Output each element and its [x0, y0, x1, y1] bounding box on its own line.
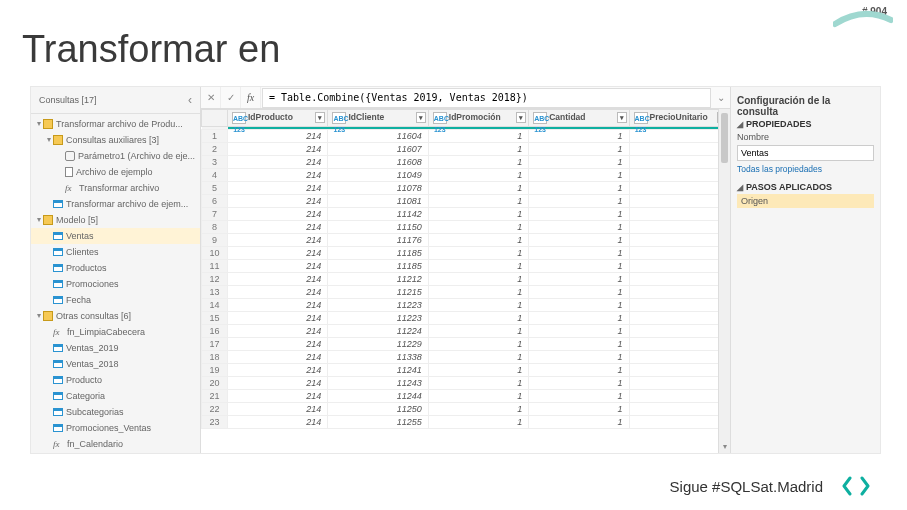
query-tree-item[interactable]: ▾Modelo [5] [31, 212, 200, 228]
formula-input[interactable] [263, 89, 710, 107]
data-cell[interactable] [629, 351, 729, 364]
data-cell[interactable]: 11244 [328, 390, 428, 403]
table-row[interactable]: 72141114211 [202, 208, 730, 221]
query-tree-item[interactable]: ▾Transformar archivo de Produ... [31, 116, 200, 132]
data-cell[interactable]: 11224 [328, 325, 428, 338]
data-cell[interactable] [629, 390, 729, 403]
table-row[interactable]: 202141124311 [202, 377, 730, 390]
data-cell[interactable]: 11176 [328, 234, 428, 247]
column-filter-icon[interactable]: ▾ [416, 112, 426, 123]
data-cell[interactable] [629, 169, 729, 182]
data-cell[interactable]: 1 [428, 143, 528, 156]
scroll-down-icon[interactable]: ▾ [719, 441, 730, 453]
table-row[interactable]: 102141118511 [202, 247, 730, 260]
data-cell[interactable] [629, 260, 729, 273]
data-cell[interactable]: 1 [428, 169, 528, 182]
data-cell[interactable]: 214 [228, 351, 328, 364]
data-cell[interactable]: 1 [529, 403, 629, 416]
applied-steps-header[interactable]: ◢PASOS APLICADOS [737, 182, 874, 192]
column-header[interactable]: ABC123IdCliente▾ [328, 110, 428, 127]
data-cell[interactable]: 1 [428, 286, 528, 299]
data-cell[interactable]: 1 [529, 169, 629, 182]
data-cell[interactable] [629, 182, 729, 195]
data-cell[interactable]: 1 [428, 221, 528, 234]
table-row[interactable]: 112141118511 [202, 260, 730, 273]
data-cell[interactable]: 11243 [328, 377, 428, 390]
column-filter-icon[interactable]: ▾ [617, 112, 627, 123]
query-tree-item[interactable]: Promociones_Ventas [31, 420, 200, 436]
data-cell[interactable] [629, 403, 729, 416]
data-cell[interactable]: 214 [228, 156, 328, 169]
data-cell[interactable]: 1 [428, 416, 528, 429]
data-cell[interactable]: 1 [428, 273, 528, 286]
data-cell[interactable]: 1 [428, 195, 528, 208]
data-cell[interactable]: 214 [228, 364, 328, 377]
data-cell[interactable]: 11142 [328, 208, 428, 221]
data-cell[interactable]: 214 [228, 169, 328, 182]
data-cell[interactable]: 214 [228, 338, 328, 351]
data-cell[interactable]: 1 [428, 234, 528, 247]
data-cell[interactable]: 214 [228, 390, 328, 403]
data-cell[interactable]: 1 [529, 416, 629, 429]
query-tree-item[interactable]: Promociones [31, 276, 200, 292]
data-cell[interactable]: 1 [428, 351, 528, 364]
data-cell[interactable]: 11212 [328, 273, 428, 286]
data-cell[interactable]: 1 [428, 247, 528, 260]
data-cell[interactable] [629, 286, 729, 299]
query-tree-item[interactable]: Categoria [31, 388, 200, 404]
table-row[interactable]: 132141121511 [202, 286, 730, 299]
data-cell[interactable]: 214 [228, 247, 328, 260]
data-cell[interactable] [629, 247, 729, 260]
data-cell[interactable]: 1 [428, 338, 528, 351]
table-row[interactable]: 22141160711 [202, 143, 730, 156]
vertical-scrollbar[interactable]: ▴ ▾ [718, 109, 730, 453]
table-row[interactable]: 82141115011 [202, 221, 730, 234]
data-cell[interactable]: 1 [529, 221, 629, 234]
query-tree-item[interactable]: Producto [31, 372, 200, 388]
data-cell[interactable]: 11608 [328, 156, 428, 169]
scroll-thumb[interactable] [721, 113, 728, 163]
column-filter-icon[interactable]: ▾ [315, 112, 325, 123]
data-cell[interactable] [629, 234, 729, 247]
table-row[interactable]: 92141117611 [202, 234, 730, 247]
data-cell[interactable]: 11223 [328, 312, 428, 325]
data-cell[interactable]: 1 [428, 182, 528, 195]
table-row[interactable]: 192141124111 [202, 364, 730, 377]
data-cell[interactable]: 214 [228, 312, 328, 325]
formula-accept-button[interactable]: ✓ [221, 87, 241, 108]
table-row[interactable]: 212141124411 [202, 390, 730, 403]
data-cell[interactable]: 1 [529, 156, 629, 169]
data-cell[interactable]: 11185 [328, 260, 428, 273]
data-cell[interactable]: 214 [228, 143, 328, 156]
table-row[interactable]: 122141121211 [202, 273, 730, 286]
data-cell[interactable]: 11081 [328, 195, 428, 208]
data-cell[interactable]: 214 [228, 325, 328, 338]
query-tree-item[interactable]: ▾Consultas auxiliares [3] [31, 132, 200, 148]
data-cell[interactable]: 1 [428, 403, 528, 416]
fx-icon[interactable]: fx [241, 87, 261, 108]
table-row[interactable]: 62141108111 [202, 195, 730, 208]
column-header[interactable]: ABC123Cantidad▾ [529, 110, 629, 127]
data-cell[interactable]: 11229 [328, 338, 428, 351]
data-cell[interactable]: 1 [428, 325, 528, 338]
data-cell[interactable]: 214 [228, 208, 328, 221]
table-row[interactable]: 232141125511 [202, 416, 730, 429]
query-tree-item[interactable]: Ventas [31, 228, 200, 244]
data-cell[interactable] [629, 208, 729, 221]
data-cell[interactable]: 214 [228, 195, 328, 208]
query-name-input[interactable] [737, 145, 874, 161]
table-row[interactable]: 222141125011 [202, 403, 730, 416]
column-header[interactable]: ABC123IdPromoción▾ [428, 110, 528, 127]
data-cell[interactable] [629, 312, 729, 325]
data-cell[interactable] [629, 416, 729, 429]
formula-cancel-button[interactable]: ✕ [201, 87, 221, 108]
data-cell[interactable]: 1 [428, 208, 528, 221]
data-cell[interactable]: 11241 [328, 364, 428, 377]
all-properties-link[interactable]: Todas las propiedades [737, 164, 874, 174]
table-row[interactable]: 32141160811 [202, 156, 730, 169]
data-cell[interactable]: 1 [529, 377, 629, 390]
data-cell[interactable]: 1 [529, 338, 629, 351]
data-cell[interactable]: 1 [529, 182, 629, 195]
data-cell[interactable]: 1 [529, 260, 629, 273]
data-cell[interactable]: 11185 [328, 247, 428, 260]
